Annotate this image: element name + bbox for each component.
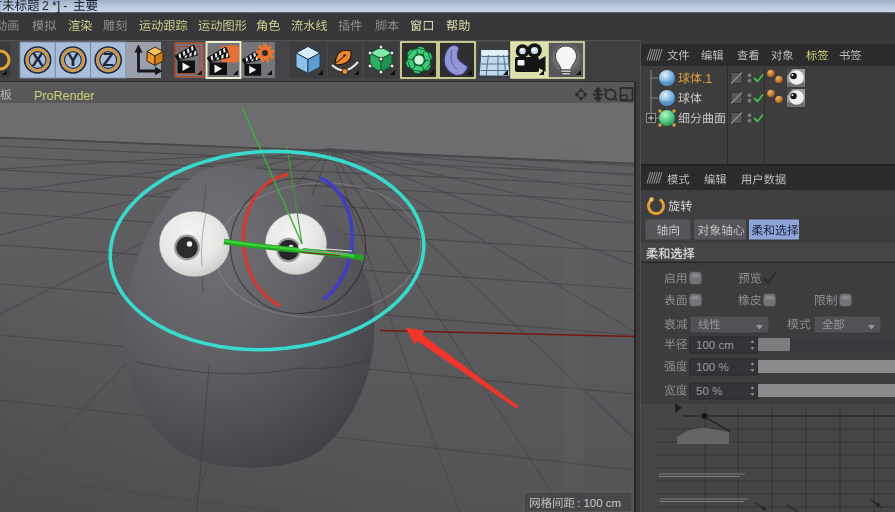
svg-text:100 %: 100 % [696, 361, 729, 373]
svg-text:50 %: 50 % [696, 385, 722, 397]
svg-text:X: X [31, 49, 44, 70]
svg-text:: 100 cm: : 100 cm [577, 497, 621, 509]
svg-text:100 cm: 100 cm [696, 339, 734, 351]
svg-text:Y: Y [67, 49, 80, 70]
svg-text:2 *] -: 2 *] - [42, 0, 67, 13]
svg-text:ProRender: ProRender [34, 89, 94, 103]
svg-text:Z: Z [103, 49, 114, 70]
svg-text:.1: .1 [702, 72, 712, 86]
